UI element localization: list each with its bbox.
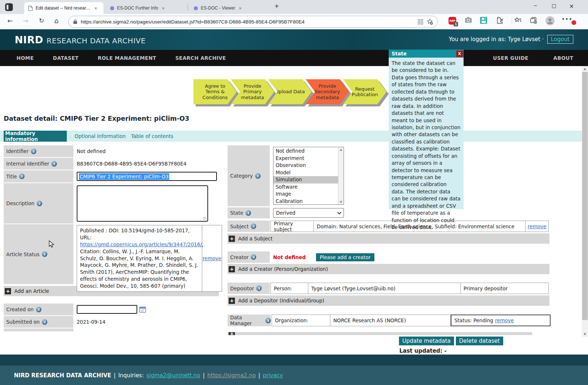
tab-mandatory-information[interactable]: Mandatory information — [4, 131, 67, 142]
data-manager-remove-link[interactable]: remove — [495, 317, 514, 323]
scroll-down-icon[interactable]: ▼ — [338, 200, 344, 204]
delete-dataset-button[interactable]: Delete dataset — [456, 337, 503, 345]
description-textarea[interactable] — [77, 185, 208, 222]
logout-button[interactable]: Logout — [547, 35, 573, 44]
site-nav: HOME DATASET ROLE MANAGEMENT SEARCH ARCH… — [0, 50, 588, 66]
category-option[interactable]: Software — [273, 184, 338, 191]
collections-icon[interactable] — [530, 17, 537, 25]
mouse-cursor — [49, 240, 55, 250]
category-option[interactable]: Calibration — [273, 198, 338, 205]
tab-close-icon[interactable]: × — [239, 6, 242, 11]
category-option[interactable]: Experiment — [273, 155, 338, 162]
workflow-step-label: Agree to Terms & Conditions — [200, 83, 231, 100]
info-icon[interactable]: i — [246, 210, 251, 216]
category-listbox[interactable]: Not defined Experiment Observation Model… — [273, 147, 344, 205]
nav-item-role-management[interactable]: ROLE MANAGEMENT — [98, 55, 156, 61]
identifier-row: Identifieri Not defined — [4, 145, 219, 157]
nav-item-user-guide[interactable]: USER GUIDE — [493, 55, 529, 61]
arrow-shape: Provide Primary metadata — [231, 79, 274, 104]
tab-close-icon[interactable]: × — [162, 6, 165, 11]
favorites-icon[interactable] — [514, 17, 522, 25]
info-icon[interactable]: i — [256, 286, 262, 291]
created-on-input[interactable] — [77, 305, 137, 314]
profile-avatar[interactable] — [545, 16, 555, 27]
calendar-icon[interactable] — [139, 306, 146, 313]
address-bar[interactable]: https://archive.sigma2.no/pages/user/edi… — [68, 16, 438, 28]
article-url-link[interactable]: https://gmd.copernicus.org/articles/9/34… — [80, 241, 202, 247]
category-option-selected[interactable]: Simulation — [273, 176, 338, 184]
tab-table-of-contents[interactable]: Table of contents — [130, 131, 175, 142]
browser-tab[interactable]: ES-DOC - Viewer × — [190, 2, 269, 14]
article-remove-link[interactable]: remove — [203, 255, 221, 261]
title-input[interactable]: CMIP6 Tier 2 Experiment: piClim-O3 — [77, 172, 217, 181]
url-text[interactable]: https://archive.sigma2.no/pages/user/edi… — [81, 19, 414, 25]
update-metadata-button[interactable]: Update metadata — [399, 337, 454, 345]
add-depositor-bar[interactable]: + Add a Depositor (Individual/Group) — [228, 295, 549, 306]
toolbar-divider — [512, 18, 512, 25]
info-icon[interactable]: i — [37, 201, 42, 206]
back-button[interactable]: ← — [7, 17, 13, 25]
category-option[interactable]: Model — [273, 169, 338, 177]
listbox-scrollbar[interactable]: ▲▼ — [338, 147, 344, 204]
subject-row: Subjecti Primary subject Domain: Natural… — [228, 221, 551, 232]
clipped-add-bar[interactable]: + — [228, 332, 532, 335]
footer-privacy-link[interactable]: privacy — [263, 372, 283, 379]
add-creator-bar[interactable]: + Add a Creator (Person/Organization) — [228, 264, 549, 274]
info-icon[interactable]: i — [251, 254, 256, 260]
info-icon[interactable]: i — [255, 173, 261, 179]
info-icon[interactable]: i — [265, 318, 271, 323]
document-favicon-icon — [28, 6, 33, 11]
save-extension-icon[interactable] — [480, 17, 487, 25]
new-tab-button[interactable]: + — [275, 2, 279, 11]
window-close-button[interactable]: × — [569, 3, 574, 10]
window-maximize-button[interactable]: □ — [552, 3, 556, 8]
refresh-button[interactable]: ↻ — [39, 17, 44, 24]
workflow-step-terms: Agree to Terms & Conditions — [193, 79, 237, 104]
state-select[interactable]: Derived — [273, 208, 344, 218]
scroll-up-icon[interactable]: ▲ — [338, 148, 344, 151]
grid-icon[interactable] — [418, 19, 423, 25]
info-icon[interactable]: i — [251, 224, 256, 229]
nav-item-dataset[interactable]: DATASET — [53, 55, 79, 61]
vertical-scrollbar[interactable]: ▲ ▼ — [582, 66, 588, 337]
browser-tab-title: ES-DOC Further Info — [117, 6, 158, 11]
info-icon[interactable]: i — [19, 174, 25, 179]
info-icon[interactable]: i — [31, 149, 36, 154]
tab-close-icon[interactable]: × — [94, 6, 97, 11]
footer-site-link[interactable]: https://sigma2.no — [207, 372, 256, 379]
nav-item-home[interactable]: HOME — [17, 55, 34, 61]
info-icon[interactable]: i — [36, 307, 41, 312]
info-icon[interactable]: i — [42, 319, 47, 325]
footer-email-link[interactable]: sigma2@uninett.no — [146, 372, 200, 379]
add-creator-button[interactable]: Please add a creator — [316, 253, 374, 261]
category-option[interactable]: Image — [273, 190, 338, 198]
scroll-up-icon[interactable]: ▲ — [582, 67, 588, 70]
camera-extension-icon[interactable] — [465, 17, 472, 25]
tooltip-close-button[interactable]: X — [456, 51, 463, 57]
nav-item-about[interactable]: ABOUT — [553, 55, 573, 61]
forward-button[interactable]: → — [23, 17, 28, 25]
info-icon[interactable]: i — [42, 251, 47, 257]
scrollbar-thumb[interactable] — [582, 72, 588, 320]
menu-alert-badge — [571, 20, 576, 25]
site-footer: NIRD RESEARCH DATA ARCHIVE | Inquiries: … — [0, 366, 588, 385]
info-icon[interactable]: i — [51, 161, 57, 167]
browser-tab-active[interactable]: Edit dataset -- Nird research data × — [24, 2, 104, 14]
home-button[interactable]: ⌂ — [54, 17, 58, 25]
window-minimize-button[interactable]: ─ — [534, 3, 537, 8]
category-option[interactable]: Observation — [273, 162, 338, 169]
scroll-down-icon[interactable]: ▼ — [582, 333, 588, 336]
browser-tab[interactable]: ES-DOC Further Info × — [106, 2, 186, 14]
tab-optional-information[interactable]: Optional information — [73, 131, 127, 142]
bookmark-star-icon[interactable] — [427, 18, 433, 25]
category-option[interactable]: Not defined — [273, 148, 338, 155]
subject-remove-link[interactable]: remove — [527, 224, 546, 229]
extension-puzzle-icon[interactable] — [496, 17, 503, 25]
add-subject-bar[interactable]: + Add a Subject — [228, 233, 549, 244]
browser-menu-button[interactable]: ••• — [562, 16, 573, 23]
data-manager-status-text: Status: Pending — [454, 317, 493, 323]
tab-actions-icon[interactable] — [5, 3, 13, 11]
site-logo[interactable]: NIRDRESEARCH DATA ARCHIVE — [15, 34, 146, 46]
nav-item-search-archive[interactable]: SEARCH ARCHIVE — [175, 55, 226, 61]
adblock-extension-icon[interactable]: ABP 1 — [449, 17, 456, 25]
